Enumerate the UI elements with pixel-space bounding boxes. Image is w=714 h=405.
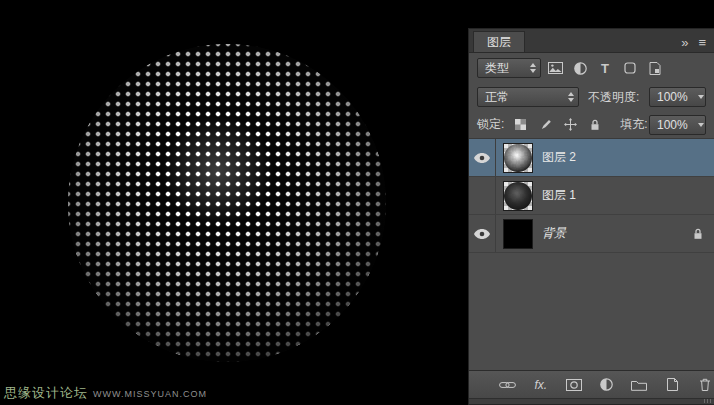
type-letter-icon: T — [601, 61, 609, 76]
layers-panel-footer: fx. — [469, 370, 714, 398]
filter-adjustment-layers-button[interactable] — [569, 58, 591, 78]
link-layers-button[interactable] — [499, 375, 517, 395]
filter-smart-objects-button[interactable] — [644, 58, 666, 78]
layer-row-layer1[interactable]: 图层 1 — [469, 177, 714, 215]
image-icon — [548, 62, 563, 74]
fill-dropdown[interactable]: 100% — [649, 115, 706, 135]
checkerboard-icon — [515, 119, 526, 130]
opacity-value: 100% — [657, 90, 688, 104]
folder-icon — [631, 379, 647, 391]
delete-layer-button[interactable] — [696, 375, 714, 395]
smart-object-icon — [649, 62, 661, 75]
fill-label: 填充: — [620, 116, 647, 133]
visibility-toggle[interactable] — [469, 139, 496, 176]
halftone-sphere-artwork — [68, 44, 386, 362]
lock-fill-row: 锁定: 填充: 100% — [469, 111, 714, 139]
layer-list: 图层 2 图层 1 背景 — [469, 139, 714, 370]
opacity-dropdown[interactable]: 100% — [649, 87, 706, 107]
layer-name: 图层 2 — [542, 149, 576, 166]
dropdown-arrows — [562, 92, 574, 102]
panel-resize-grip[interactable] — [704, 399, 712, 403]
eye-icon — [474, 229, 490, 239]
type-filter-dropdown[interactable]: 类型 — [477, 58, 541, 78]
fx-icon: fx. — [534, 378, 547, 392]
layer-row-background[interactable]: 背景 — [469, 215, 714, 253]
new-group-button[interactable] — [630, 375, 648, 395]
shape-icon — [624, 62, 636, 74]
layer-mask-icon — [566, 379, 582, 391]
panel-menu-icon[interactable]: ≡ — [698, 36, 706, 49]
layer-style-button[interactable]: fx. — [532, 375, 550, 395]
layer-name: 图层 1 — [542, 187, 576, 204]
panel-tab-bar: 图层 » ≡ — [469, 29, 714, 53]
fill-value: 100% — [657, 118, 688, 132]
half-circle-icon — [574, 62, 587, 75]
chevron-down-icon — [698, 123, 704, 127]
move-icon — [564, 118, 577, 131]
layers-panel: 图层 » ≡ 类型 T — [468, 28, 714, 405]
brush-icon — [539, 119, 551, 131]
eye-icon — [474, 153, 490, 163]
layer-thumbnail[interactable] — [503, 219, 533, 249]
blend-opacity-row: 正常 不透明度: 100% — [469, 83, 714, 111]
layer-name: 背景 — [542, 225, 566, 242]
layer-thumbnail[interactable] — [503, 181, 533, 211]
background-lock-badge — [693, 228, 703, 240]
tab-layers-label: 图层 — [487, 34, 511, 51]
tab-layers[interactable]: 图层 — [473, 31, 525, 52]
filter-pixel-layers-button[interactable] — [544, 58, 566, 78]
lock-pixels-button[interactable] — [536, 116, 554, 134]
layer-thumbnail[interactable] — [503, 143, 533, 173]
lock-all-button[interactable] — [586, 116, 604, 134]
collapse-panels-icon[interactable]: » — [681, 36, 688, 49]
new-layer-button[interactable] — [663, 375, 681, 395]
lock-icon — [693, 228, 703, 240]
thumbnail-sphere — [504, 144, 532, 172]
lock-label: 锁定: — [477, 116, 504, 133]
visibility-toggle[interactable] — [469, 177, 496, 214]
sphere-shading — [68, 44, 386, 362]
filter-shape-layers-button[interactable] — [619, 58, 641, 78]
add-layer-mask-button[interactable] — [565, 375, 583, 395]
thumbnail-sphere-dim — [504, 182, 532, 210]
new-layer-icon — [667, 378, 678, 391]
new-adjustment-layer-button[interactable] — [598, 375, 616, 395]
blend-mode-value: 正常 — [485, 89, 509, 106]
panel-bottom-edge — [469, 398, 714, 404]
layer-row-layer2[interactable]: 图层 2 — [469, 139, 714, 177]
chevron-down-icon — [698, 95, 704, 99]
lock-transparency-button[interactable] — [511, 116, 529, 134]
layer-filter-row: 类型 T — [469, 53, 714, 83]
lock-icon — [590, 119, 600, 131]
watermark: 思缘设计论坛 WWW.MISSYUAN.COM — [4, 384, 207, 402]
watermark-site-url: WWW.MISSYUAN.COM — [93, 389, 207, 399]
watermark-site-name: 思缘设计论坛 — [4, 384, 88, 402]
opacity-label: 不透明度: — [588, 89, 639, 106]
link-icon — [499, 381, 516, 389]
type-filter-label: 类型 — [485, 60, 509, 77]
adjustment-circle-icon — [600, 378, 613, 391]
blend-mode-dropdown[interactable]: 正常 — [477, 87, 579, 107]
dropdown-arrows — [524, 63, 536, 73]
filter-type-layers-button[interactable]: T — [594, 58, 616, 78]
trash-icon — [699, 378, 711, 391]
lock-position-button[interactable] — [561, 116, 579, 134]
visibility-toggle[interactable] — [469, 215, 496, 252]
photoshop-workspace: 思缘设计论坛 WWW.MISSYUAN.COM 图层 » ≡ 类型 — [0, 0, 714, 405]
